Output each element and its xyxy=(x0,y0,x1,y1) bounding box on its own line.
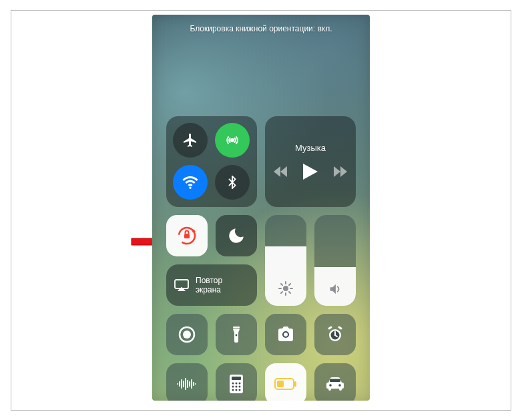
camera-button[interactable] xyxy=(265,314,306,355)
svg-rect-7 xyxy=(233,327,240,329)
svg-rect-15 xyxy=(232,377,241,380)
volume-icon xyxy=(328,282,342,296)
waveform-icon xyxy=(176,377,198,391)
calculator-icon xyxy=(230,375,243,393)
battery-icon xyxy=(274,378,297,390)
svg-point-0 xyxy=(231,139,234,142)
svg-rect-26 xyxy=(294,381,296,387)
bluetooth-toggle[interactable] xyxy=(215,165,250,200)
bluetooth-icon xyxy=(225,175,240,190)
status-message: Блокировка книжной ориентации: вкл. xyxy=(152,15,370,33)
flashlight-icon xyxy=(231,325,242,344)
connectivity-group[interactable] xyxy=(166,116,257,207)
volume-fill xyxy=(314,267,356,305)
volume-slider[interactable] xyxy=(314,215,356,306)
wifi-icon xyxy=(182,174,198,190)
outer-frame: Блокировка книжной ориентации: вкл. xyxy=(11,10,511,411)
record-icon xyxy=(178,325,196,344)
timer-button[interactable] xyxy=(314,314,356,355)
car-icon xyxy=(325,377,345,391)
svg-point-29 xyxy=(338,384,341,387)
control-center-grid: Музыка xyxy=(152,116,370,401)
airplane-icon xyxy=(182,132,198,148)
media-buttons xyxy=(274,164,347,180)
svg-point-22 xyxy=(232,389,234,391)
cellular-data-toggle[interactable] xyxy=(215,123,250,158)
svg-point-3 xyxy=(283,286,288,291)
svg-point-24 xyxy=(239,389,241,391)
svg-rect-30 xyxy=(330,379,340,382)
control-center-screen: Блокировка книжной ориентации: вкл. xyxy=(152,15,370,401)
svg-point-21 xyxy=(239,385,241,387)
screen-mirroring-label: Повтор экрана xyxy=(196,276,249,294)
svg-point-6 xyxy=(183,331,191,339)
brightness-slider[interactable] xyxy=(265,215,306,306)
svg-point-17 xyxy=(236,382,238,384)
svg-point-20 xyxy=(236,385,238,387)
svg-point-19 xyxy=(232,385,234,387)
driving-mode-button[interactable] xyxy=(314,363,356,401)
flashlight-button[interactable] xyxy=(216,314,257,355)
camera-icon xyxy=(276,327,296,343)
svg-point-8 xyxy=(236,334,238,336)
play-button[interactable] xyxy=(303,164,318,180)
hearing-button[interactable] xyxy=(166,363,208,401)
brightness-fill xyxy=(265,246,306,305)
svg-point-28 xyxy=(329,384,332,387)
svg-point-10 xyxy=(284,333,288,337)
previous-track-button[interactable] xyxy=(274,166,287,177)
airplane-mode-toggle[interactable] xyxy=(173,123,208,158)
rotation-lock-toggle[interactable] xyxy=(166,215,208,256)
rotation-lock-icon xyxy=(176,224,198,247)
low-power-mode-toggle[interactable] xyxy=(265,363,306,401)
svg-rect-2 xyxy=(184,234,190,238)
brightness-icon xyxy=(278,280,294,296)
screen-mirroring-button[interactable]: Повтор экрана xyxy=(166,264,257,306)
svg-point-18 xyxy=(239,382,241,384)
next-track-button[interactable] xyxy=(334,166,347,177)
calculator-button[interactable] xyxy=(216,363,257,401)
media-title: Музыка xyxy=(295,143,326,153)
moon-icon xyxy=(228,227,245,244)
media-controls-group[interactable]: Музыка xyxy=(265,116,356,207)
svg-point-13 xyxy=(334,335,336,336)
screen-mirroring-icon xyxy=(174,279,189,291)
alarm-clock-icon xyxy=(326,325,344,344)
cellular-icon xyxy=(224,132,241,149)
svg-point-23 xyxy=(236,389,238,391)
do-not-disturb-toggle[interactable] xyxy=(216,215,257,256)
wifi-toggle[interactable] xyxy=(173,165,208,200)
svg-point-16 xyxy=(232,382,234,384)
svg-rect-27 xyxy=(277,381,284,387)
screen-record-button[interactable] xyxy=(166,314,208,355)
